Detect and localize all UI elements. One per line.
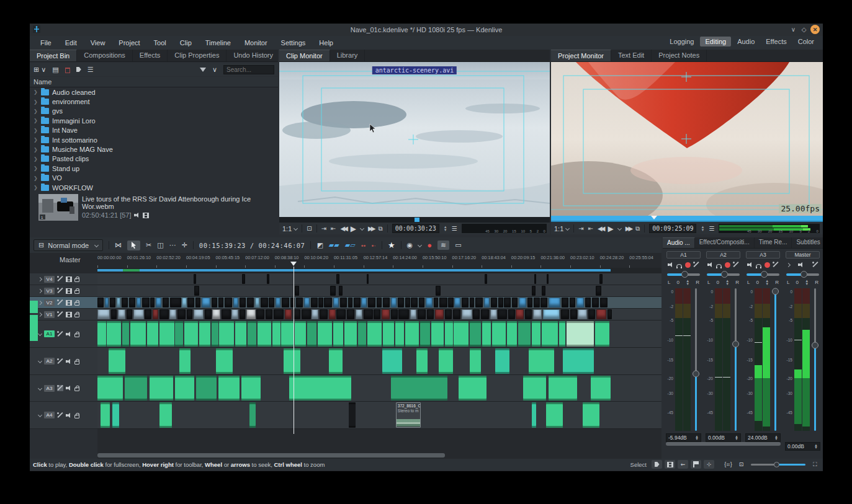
timeline-clip[interactable] <box>129 298 135 307</box>
tab-effect-compositi-[interactable]: Effect/Compositi... <box>695 237 755 248</box>
timeline-clip[interactable] <box>324 298 332 307</box>
balance-spinner[interactable]: ▲▼ <box>805 280 809 285</box>
timecode-spinner[interactable]: ▲▼ <box>444 226 447 232</box>
filter-chevron-icon[interactable]: ∨ <box>212 66 217 74</box>
fader-knob[interactable] <box>732 340 739 347</box>
timeline-clip[interactable] <box>256 309 264 319</box>
expand-chevron-icon[interactable]: ❯ <box>34 185 38 190</box>
monitor-menu-icon[interactable]: ☰ <box>709 225 714 232</box>
timeline-clip[interactable] <box>107 321 121 347</box>
timeline-clip[interactable] <box>127 309 132 319</box>
timeline-clip[interactable] <box>218 298 223 307</box>
gain-spinner[interactable]: ▲▼ <box>695 435 699 441</box>
timeline-clip[interactable] <box>523 376 545 400</box>
timeline-clip[interactable] <box>242 274 245 284</box>
volume-fader[interactable] <box>732 288 739 431</box>
timeline-clip[interactable] <box>542 321 557 347</box>
track-label[interactable]: A3 <box>44 385 55 392</box>
timeline-clip[interactable] <box>175 321 183 347</box>
bin-folder-row[interactable]: ❯gvs <box>30 107 278 116</box>
tab-effects[interactable]: Effects <box>133 50 168 61</box>
timeline-clip[interactable] <box>194 286 199 296</box>
hide-track-icon[interactable] <box>66 312 72 317</box>
record-icon[interactable] <box>725 262 730 268</box>
timeline-clip[interactable] <box>599 274 603 284</box>
timeline-clip[interactable] <box>184 321 198 347</box>
timeline-clip[interactable] <box>576 298 585 307</box>
timeline-clip[interactable] <box>367 274 369 284</box>
expand-chevron-icon[interactable]: ❯ <box>34 137 38 143</box>
timeline-clip[interactable] <box>374 309 380 319</box>
tab-clip-properties[interactable]: Clip Properties <box>168 50 226 61</box>
timeline-clip[interactable] <box>470 321 481 347</box>
play-icon[interactable]: ▶ <box>608 224 613 233</box>
collapse-chevron-icon[interactable] <box>38 312 42 316</box>
tab-time-re-[interactable]: Time Re... <box>755 237 792 248</box>
timeline-clip[interactable] <box>218 376 240 400</box>
tab-project-notes[interactable]: Project Notes <box>652 50 707 61</box>
bin-folder-row[interactable]: ❯WORKFLOW <box>30 183 278 192</box>
preview-render-icon[interactable]: ◉ <box>407 241 413 249</box>
timeline-clip[interactable] <box>391 376 447 400</box>
timeline-clip[interactable] <box>418 309 426 319</box>
timeline-clip[interactable] <box>395 321 405 347</box>
balance-spinner[interactable]: ▲▼ <box>686 280 689 285</box>
close-window-icon[interactable]: ✕ <box>810 25 820 34</box>
track-header-v1[interactable]: V1 <box>30 309 97 321</box>
timeline-clip[interactable] <box>543 309 560 319</box>
timeline-clip[interactable] <box>567 321 594 347</box>
mute-track-icon[interactable] <box>66 331 72 337</box>
timeline-clip[interactable] <box>439 348 453 374</box>
mixer-toggle-button[interactable]: ≋ <box>437 241 449 250</box>
maximize-window-icon[interactable]: ◇ <box>799 25 809 34</box>
clip-monitor-video[interactable]: antarctic-scenery.avi <box>279 62 550 217</box>
filter-icon[interactable] <box>200 68 206 72</box>
tab-text-edit[interactable]: Text Edit <box>611 50 652 61</box>
timeline-clip[interactable] <box>240 298 246 307</box>
workspace-color[interactable]: Color <box>793 37 819 46</box>
timeline-clip[interactable] <box>150 376 173 400</box>
timeline-clip[interactable] <box>411 298 418 307</box>
timeline-clip[interactable] <box>130 321 146 347</box>
play-menu-chevron-icon[interactable] <box>617 226 622 231</box>
timeline-clip[interactable] <box>105 298 109 307</box>
timeline-clip[interactable] <box>434 298 438 307</box>
title-bar[interactable]: Nave_01c.kdenlive */ HD 1080i 25 fps — K… <box>30 24 823 36</box>
timeline-clip[interactable] <box>596 286 601 296</box>
timeline-clip[interactable] <box>383 298 390 307</box>
timeline-clip[interactable] <box>122 321 129 347</box>
balance-knob[interactable] <box>800 271 807 278</box>
timeline-clip[interactable] <box>111 309 117 319</box>
timeline-clip[interactable] <box>504 298 511 307</box>
timeline-clip[interactable] <box>125 376 147 400</box>
track-header-a4[interactable]: A4 <box>30 402 97 429</box>
menu-file[interactable]: File <box>35 38 57 48</box>
timeline-clip[interactable] <box>356 309 362 319</box>
timeline-clip[interactable] <box>266 309 272 319</box>
timeline-clip[interactable] <box>585 298 591 307</box>
set-out-icon[interactable]: ⇤ <box>588 225 593 232</box>
timeline-clip[interactable] <box>491 298 498 307</box>
expand-chevron-icon[interactable]: ❯ <box>34 89 38 95</box>
create-folder-icon[interactable]: ▤ <box>52 66 58 74</box>
timeline-clip[interactable] <box>519 298 526 307</box>
timeline-clip[interactable] <box>336 309 346 319</box>
fit-zone-button[interactable]: ⊹ <box>704 460 714 469</box>
set-out-icon[interactable]: ⇤ <box>331 225 336 232</box>
timeline-clip[interactable] <box>318 298 323 307</box>
track-area[interactable]: 372_8616_CStereo to m <box>97 273 661 459</box>
timeline-clip[interactable] <box>97 321 106 347</box>
bin-folder-row[interactable]: ❯Stand up <box>30 164 278 173</box>
timeline-clip[interactable] <box>169 309 176 319</box>
menu-monitor[interactable]: Monitor <box>239 38 273 48</box>
monitor-menu-icon[interactable]: ☰ <box>452 225 457 232</box>
timeline-clip[interactable] <box>339 286 342 296</box>
timeline-clip[interactable] <box>97 298 104 307</box>
timeline-clip[interactable] <box>542 286 545 296</box>
timeline-clip[interactable] <box>382 348 402 374</box>
delete-icon[interactable] <box>65 68 70 73</box>
menu-tool[interactable]: Tool <box>148 38 172 48</box>
timeline-clip[interactable] <box>222 309 231 319</box>
timeline-clip[interactable] <box>344 321 357 347</box>
track-effects-icon[interactable] <box>57 331 63 337</box>
